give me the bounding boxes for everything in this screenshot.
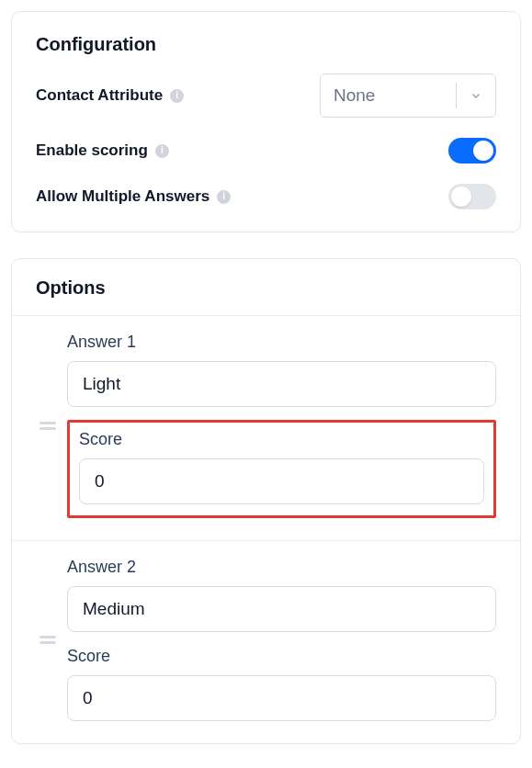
contact-attribute-label-wrap: Contact Attribute i xyxy=(36,86,184,105)
toggle-knob xyxy=(473,141,493,161)
info-icon[interactable]: i xyxy=(155,144,169,158)
score-label: Score xyxy=(79,430,484,449)
enable-scoring-row: Enable scoring i xyxy=(36,138,496,164)
score-label: Score xyxy=(67,647,496,666)
option-body: Answer 1 Score xyxy=(67,333,504,518)
configuration-card: Configuration Contact Attribute i None E… xyxy=(11,11,521,232)
allow-multiple-label-wrap: Allow Multiple Answers i xyxy=(36,187,231,206)
info-icon[interactable]: i xyxy=(217,190,231,204)
toggle-knob xyxy=(451,186,471,207)
drag-handle-icon[interactable] xyxy=(28,422,67,430)
score-highlight-box: Score xyxy=(67,420,496,518)
option-row: Answer 2 Score xyxy=(12,541,520,743)
answer-input[interactable] xyxy=(67,586,496,632)
allow-multiple-toggle[interactable] xyxy=(448,184,496,209)
option-body: Answer 2 Score xyxy=(67,558,504,721)
allow-multiple-row: Allow Multiple Answers i xyxy=(36,184,496,209)
chevron-down-icon xyxy=(457,89,495,102)
configuration-title: Configuration xyxy=(36,34,496,55)
options-title: Options xyxy=(36,277,496,299)
enable-scoring-label: Enable scoring xyxy=(36,141,148,160)
score-input[interactable] xyxy=(67,675,496,721)
allow-multiple-label: Allow Multiple Answers xyxy=(36,187,209,206)
enable-scoring-label-wrap: Enable scoring i xyxy=(36,141,169,160)
answer-label: Answer 1 xyxy=(67,333,496,352)
contact-attribute-value: None xyxy=(321,85,456,106)
contact-attribute-row: Contact Attribute i None xyxy=(36,73,496,118)
score-block: Score xyxy=(67,647,496,721)
contact-attribute-label: Contact Attribute xyxy=(36,86,163,105)
option-row: Answer 1 Score xyxy=(12,316,520,541)
options-card: Options Answer 1 Score Answer 2 Score xyxy=(11,258,521,744)
contact-attribute-select[interactable]: None xyxy=(320,73,496,118)
options-header: Options xyxy=(12,259,520,316)
answer-label: Answer 2 xyxy=(67,558,496,577)
drag-handle-icon[interactable] xyxy=(28,636,67,644)
score-input[interactable] xyxy=(79,458,484,504)
info-icon[interactable]: i xyxy=(170,89,184,103)
answer-input[interactable] xyxy=(67,361,496,407)
enable-scoring-toggle[interactable] xyxy=(448,138,496,164)
